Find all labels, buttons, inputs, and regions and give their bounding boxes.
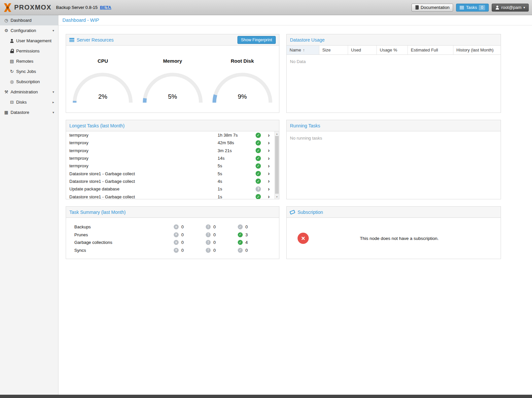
user-menu-button[interactable]: root@pam ▾ — [492, 4, 529, 12]
task-duration: 14s — [218, 156, 253, 161]
sidebar-item-datastore[interactable]: ▦Datastore▾ — [0, 107, 58, 117]
status-ok-icon: ✓ — [256, 194, 261, 199]
open-task-button[interactable]: › — [263, 148, 274, 153]
sidebar-item-sync-jobs[interactable]: ↻Sync Jobs — [0, 66, 58, 77]
beta-link[interactable]: BETA — [100, 5, 111, 10]
caret-down-icon: ▾ — [523, 6, 525, 9]
dashboard-icon: ◷ — [3, 15, 9, 25]
task-status: ✓ — [253, 179, 263, 184]
caret-down-icon[interactable]: ▾ — [53, 111, 54, 114]
subscription-message: This node does not have a subscription. — [309, 236, 490, 241]
caret-down-icon[interactable]: ▾ — [53, 29, 54, 32]
sidebar-item-permissions[interactable]: Permissions — [0, 46, 58, 56]
task-row[interactable]: Update package database1s?› — [66, 185, 274, 193]
sidebar-item-dashboard[interactable]: ◷Dashboard — [0, 15, 58, 25]
task-row[interactable]: termproxy3m 21s✓› — [66, 147, 274, 154]
task-status: ✓ — [253, 148, 263, 153]
open-task-button[interactable]: › — [263, 133, 274, 138]
user-icon — [495, 6, 499, 10]
column-header-size[interactable]: Size — [319, 46, 348, 54]
column-header-estimated-full[interactable]: Estimated Full — [408, 46, 453, 54]
sidebar-item-label: Remotes — [16, 59, 33, 64]
tasks-count-badge: 0 — [479, 5, 485, 10]
show-fingerprint-button[interactable]: Show Fingerprint — [237, 36, 276, 44]
subscription-panel: Subscription × This node does not have a… — [286, 206, 501, 259]
topbar-actions: Documentation Tasks 0 root@pam ▾ — [411, 4, 529, 12]
status-ok-icon: ✓ — [256, 148, 261, 153]
summary-label: Garbage collections — [66, 240, 174, 245]
task-duration: 3m 21s — [218, 148, 253, 153]
sidebar-item-label: Permissions — [16, 49, 40, 53]
column-header-usage[interactable]: Usage % — [377, 46, 408, 54]
summary-count: 0 — [181, 240, 184, 245]
longest-tasks-title: Longest Tasks (last Month) — [69, 123, 124, 128]
status-warning-icon: ! — [206, 240, 211, 245]
sidebar-item-disks[interactable]: ⊟Disks▸ — [0, 97, 58, 107]
status-warning-icon: ! — [206, 248, 211, 253]
gauge-value: 9% — [211, 93, 274, 100]
scrollbar-thumb[interactable] — [275, 136, 279, 194]
task-summary-panel: Task Summary (last Month) Backups×0!0✓0P… — [66, 206, 279, 259]
tasks-button[interactable]: Tasks 0 — [456, 4, 489, 12]
task-row[interactable]: termproxy14s✓› — [66, 154, 274, 162]
open-task-button[interactable]: › — [263, 163, 274, 169]
sidebar-item-subscription[interactable]: ◎Subscription — [0, 77, 58, 87]
sidebar-item-user-management[interactable]: User Management — [0, 36, 58, 46]
top-header: PROXMOX Backup Server 0.8-15 BETA Docume… — [0, 0, 532, 15]
task-row[interactable]: termproxy42m 58s✓› — [66, 139, 274, 147]
scroll-up-button[interactable]: ▲ — [275, 131, 279, 136]
open-task-button[interactable]: › — [263, 140, 274, 146]
sidebar-item-administration[interactable]: ⚒Administration▾ — [0, 87, 58, 97]
gauge-value: 5% — [141, 93, 204, 100]
task-row[interactable]: termproxy1h 38m 7s✓› — [66, 131, 274, 139]
task-name: Update package database — [66, 186, 218, 191]
server-resources-panel: Server Resources Show Fingerprint CPU2%M… — [66, 34, 279, 113]
status-error-icon: × — [174, 232, 179, 237]
open-task-button[interactable]: › — [263, 156, 274, 161]
caret-down-icon[interactable]: ▾ — [53, 90, 54, 94]
status-ok-icon: ✓ — [256, 179, 261, 184]
sidebar-item-label: Administration — [11, 89, 38, 94]
user-icon — [9, 36, 15, 46]
column-header-label: History (last Month) — [456, 48, 494, 52]
task-summary-title: Task Summary (last Month) — [69, 210, 125, 215]
gauge-root-disk: Root Disk9% — [209, 58, 275, 105]
task-row[interactable]: Datastore store1 - Garbage collect5s✓› — [66, 170, 274, 177]
open-task-button[interactable]: › — [263, 171, 274, 176]
summary-warning-cell: !0 — [206, 232, 238, 237]
status-ok-icon: ✓ — [256, 133, 261, 138]
running-tasks-title: Running Tasks — [290, 123, 320, 128]
task-row[interactable]: termproxy5s✓› — [66, 162, 274, 170]
status-error-icon: × — [174, 248, 179, 253]
column-header-used[interactable]: Used — [348, 46, 377, 54]
sidebar-item-configuration[interactable]: ⚙Configuration▾ — [0, 25, 58, 36]
open-task-button[interactable]: › — [263, 186, 274, 192]
summary-row-prunes: Prunes×0!0✓3 — [66, 231, 279, 239]
server-resources-header: Server Resources Show Fingerprint — [66, 34, 279, 46]
task-name: termproxy — [66, 133, 218, 138]
scroll-down-button[interactable]: ▼ — [275, 194, 279, 199]
column-header-name[interactable]: Name↑ — [287, 46, 319, 54]
open-task-button[interactable]: › — [263, 179, 274, 184]
status-ok-icon: ✓ — [238, 232, 243, 237]
tasks-label: Tasks — [466, 5, 477, 10]
summary-warning-cell: !0 — [206, 248, 238, 253]
gauge-arc: 5% — [141, 70, 204, 105]
no-running-tasks-text: No running tasks — [287, 131, 501, 145]
no-data-text: No Data — [287, 55, 501, 68]
task-row[interactable]: Datastore store1 - Garbage collect1s✓› — [66, 193, 274, 199]
documentation-button[interactable]: Documentation — [411, 4, 453, 12]
scrollbar[interactable]: ▲ ▼ — [274, 131, 279, 199]
caret-right-icon[interactable]: ▸ — [53, 100, 54, 104]
summary-label: Backups — [66, 224, 174, 229]
column-header-history-last-month[interactable]: History (last Month) — [453, 46, 501, 54]
open-task-button[interactable]: › — [263, 194, 274, 199]
sidebar-item-label: Dashboard — [11, 18, 32, 23]
sidebar-item-remotes[interactable]: ▤Remotes — [0, 56, 58, 66]
status-warning-icon: ! — [206, 232, 211, 237]
task-status: ✓ — [253, 140, 263, 146]
task-duration: 5s — [218, 163, 253, 168]
task-row[interactable]: Datastore store1 - Garbage collect4s✓› — [66, 178, 274, 185]
subscription-header: Subscription — [287, 207, 501, 218]
dashboard-panels: Server Resources Show Fingerprint CPU2%M… — [58, 25, 532, 259]
